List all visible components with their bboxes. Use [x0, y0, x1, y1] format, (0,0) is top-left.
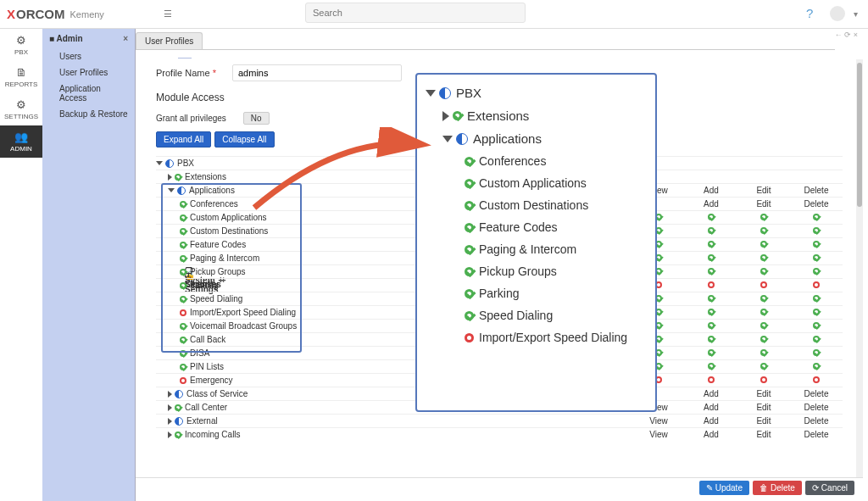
- left-rail: ⚙PBX 🗎REPORTS ⚙SETTINGS 👥ADMIN: [0, 29, 42, 501]
- check-circle-icon: [175, 431, 181, 438]
- check-circle-icon: [180, 201, 186, 208]
- users-icon: 👥: [14, 131, 28, 143]
- check-circle-icon: [180, 323, 186, 330]
- scrollbar-thumb[interactable]: [857, 63, 862, 207]
- check-circle-icon: [465, 267, 474, 276]
- zoom-tree-row: Paging & Intercom: [426, 238, 647, 260]
- perm-no-icon[interactable]: [708, 281, 715, 288]
- perm-no-icon[interactable]: [708, 376, 715, 383]
- perm-header: Edit: [737, 389, 790, 398]
- perm-ok-icon[interactable]: [708, 254, 715, 261]
- tree-section-row[interactable]: ExternalViewAddEditDelete: [156, 414, 843, 427]
- tree-label: Conferences: [190, 199, 238, 209]
- help-icon[interactable]: ?: [806, 6, 821, 21]
- trash-icon: 🗑: [760, 483, 768, 493]
- check-circle-icon: [465, 289, 474, 298]
- delete-button[interactable]: 🗑Delete: [753, 481, 802, 495]
- perm-ok-icon[interactable]: [813, 254, 820, 261]
- search-input[interactable]: [305, 3, 526, 23]
- perm-no-icon[interactable]: [760, 281, 767, 288]
- rail-pbx[interactable]: ⚙PBX: [0, 29, 42, 61]
- perm-ok-icon[interactable]: [813, 322, 820, 329]
- cancel-button[interactable]: ⟳Cancel: [805, 481, 854, 495]
- perm-ok-icon[interactable]: [813, 309, 820, 315]
- perm-header: Add: [685, 416, 737, 426]
- update-button[interactable]: ✎Update: [699, 481, 749, 495]
- tree-section-row[interactable]: Incoming CallsViewAddEditDelete: [156, 427, 843, 441]
- menu-toggle-icon[interactable]: ☰: [164, 8, 172, 19]
- nav2-backup[interactable]: Backup & Restore: [42, 106, 135, 122]
- half-circle-icon: [175, 390, 183, 398]
- check-circle-icon: [180, 255, 186, 262]
- rail-reports[interactable]: 🗎REPORTS: [0, 61, 42, 93]
- tree-label: Import/Export Speed Dialing: [190, 308, 296, 317]
- perm-ok-icon[interactable]: [708, 309, 715, 315]
- perm-ok-icon[interactable]: [760, 309, 767, 315]
- perm-ok-icon[interactable]: [708, 227, 715, 234]
- top-bar: XORCOM Kemeny ☰ ? ▾: [0, 0, 868, 29]
- perm-ok-icon[interactable]: [813, 214, 820, 220]
- perm-ok-icon[interactable]: [708, 241, 715, 248]
- perm-ok-icon[interactable]: [813, 363, 820, 370]
- user-menu-caret-icon[interactable]: ▾: [854, 9, 858, 19]
- tree-label: Parking: [190, 281, 219, 290]
- perm-ok-icon[interactable]: [813, 227, 820, 234]
- refresh-icon: ⟳: [812, 483, 819, 493]
- perm-ok-icon[interactable]: [760, 322, 767, 329]
- nav2-app-access[interactable]: Application Access: [42, 81, 135, 106]
- zoom-tree-row: Parking: [426, 282, 647, 304]
- nav2-user-profiles[interactable]: User Profiles: [42, 64, 135, 81]
- tree-label: PIN Lists: [190, 362, 224, 371]
- perm-ok-icon[interactable]: [813, 268, 820, 275]
- check-circle-icon: [453, 111, 462, 120]
- perm-ok-icon[interactable]: [813, 349, 820, 356]
- scrollbar[interactable]: [856, 59, 863, 477]
- brand-sub: Kemeny: [70, 9, 104, 19]
- grant-all-toggle[interactable]: No: [243, 112, 270, 125]
- perm-ok-icon[interactable]: [708, 295, 715, 302]
- perm-header: Add: [685, 403, 737, 412]
- perm-ok-icon[interactable]: [708, 363, 715, 370]
- close-icon[interactable]: ×: [123, 34, 128, 43]
- half-circle-icon: [165, 159, 174, 168]
- perm-ok-icon[interactable]: [760, 241, 767, 248]
- empty-circle-icon: [180, 377, 186, 384]
- perm-no-icon[interactable]: [813, 376, 820, 383]
- perm-no-icon[interactable]: [760, 376, 767, 383]
- profile-name-input[interactable]: [232, 64, 402, 81]
- nav2-users[interactable]: Users: [42, 48, 135, 64]
- rail-admin[interactable]: 👥ADMIN: [0, 125, 42, 158]
- perm-ok-icon[interactable]: [708, 268, 715, 275]
- perm-ok-icon[interactable]: [708, 214, 715, 220]
- zoom-tree-row: Custom Destinations: [426, 194, 647, 216]
- top-right: ? ▾: [806, 6, 858, 21]
- secondary-nav: ■ Admin × Users User Profiles Applicatio…: [42, 29, 136, 501]
- perm-header: Delete: [790, 389, 843, 398]
- perm-ok-icon[interactable]: [760, 254, 767, 261]
- perm-ok-icon[interactable]: [813, 241, 820, 248]
- perm-ok-icon[interactable]: [813, 295, 820, 302]
- perm-no-icon[interactable]: [813, 281, 820, 288]
- perm-ok-icon[interactable]: [760, 295, 767, 302]
- perm-ok-icon[interactable]: [760, 349, 767, 356]
- tab-user-profiles[interactable]: User Profiles: [136, 32, 203, 49]
- perm-ok-icon[interactable]: [760, 268, 767, 275]
- avatar[interactable]: [830, 6, 845, 21]
- half-circle-icon: [439, 87, 451, 99]
- perm-header: Delete: [790, 186, 843, 195]
- collapse-all-button[interactable]: Collapse All: [214, 131, 274, 148]
- expand-all-button[interactable]: Expand All: [156, 131, 211, 148]
- perm-ok-icon[interactable]: [708, 336, 715, 342]
- check-circle-icon: [180, 228, 186, 235]
- perm-ok-icon[interactable]: [813, 336, 820, 342]
- perm-ok-icon[interactable]: [760, 336, 767, 342]
- rail-settings[interactable]: ⚙SETTINGS: [0, 93, 42, 125]
- perm-ok-icon[interactable]: [760, 363, 767, 370]
- perm-ok-icon[interactable]: [708, 349, 715, 356]
- perm-ok-icon[interactable]: [760, 214, 767, 220]
- document-icon: 🗎: [16, 66, 27, 79]
- perm-header: View: [632, 416, 685, 426]
- perm-header: Delete: [790, 416, 843, 426]
- perm-ok-icon[interactable]: [708, 322, 715, 329]
- perm-ok-icon[interactable]: [760, 227, 767, 234]
